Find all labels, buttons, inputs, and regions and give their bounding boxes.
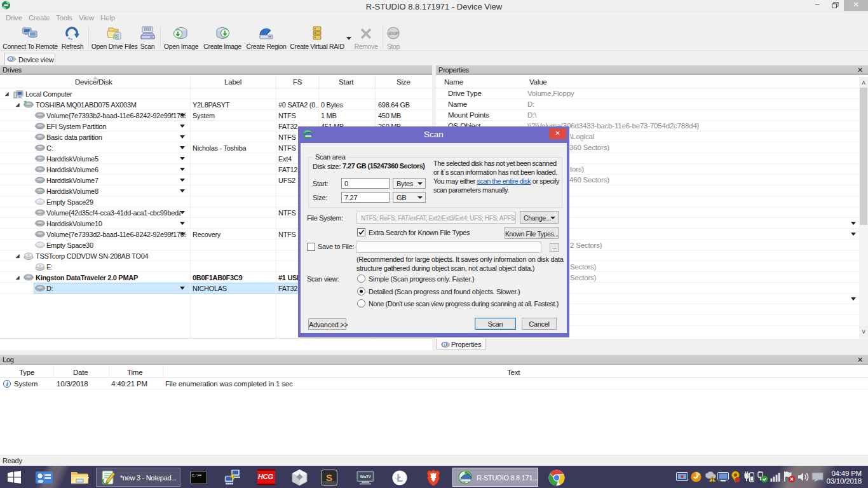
svg-text:C:\: C:\ — [192, 473, 199, 478]
svg-text:STOP: STOP — [388, 31, 399, 36]
svg-text:WizTV: WizTV — [360, 475, 371, 478]
svg-text:Ł: Ł — [397, 473, 403, 484]
svg-text:S: S — [326, 472, 332, 483]
svg-text:i: i — [6, 381, 8, 388]
